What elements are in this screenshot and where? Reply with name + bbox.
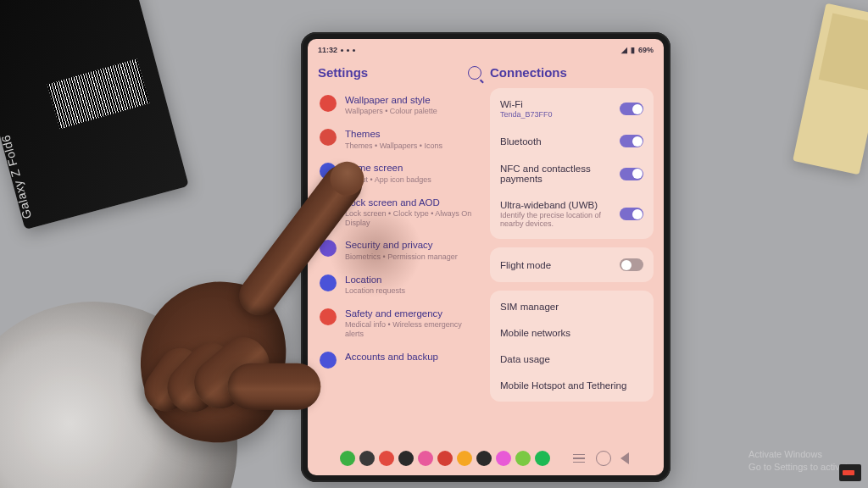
taskbar-app-icon[interactable] [476, 451, 492, 466]
connection-row[interactable]: SIM manager [500, 294, 643, 319]
screen: 11:32 ◢ ▮ 69% Settings Wallpaper and sty… [308, 39, 664, 475]
connection-row[interactable]: Data usage [500, 346, 643, 372]
connection-row[interactable]: Flight mode [500, 251, 643, 279]
nav-recents[interactable] [573, 452, 587, 465]
settings-title: Settings [318, 65, 368, 80]
wooden-prop [793, 3, 868, 175]
status-bar: 11:32 ◢ ▮ 69% [308, 39, 664, 58]
settings-item-title: Themes [345, 128, 480, 140]
taskbar [308, 445, 664, 475]
connection-row[interactable]: Mobile networks [500, 319, 643, 346]
settings-item-sub: Themes • Wallpapers • Icons [345, 141, 480, 151]
connections-title: Connections [490, 65, 567, 80]
settings-item-sub: Medical info • Wireless emergency alerts [345, 320, 480, 339]
connections-group-1: Wi-FiTenda_B73FF0BluetoothNFC and contac… [490, 88, 654, 239]
connection-row-title: Bluetooth [500, 136, 620, 147]
taskbar-app-icon[interactable] [379, 451, 394, 466]
toggle[interactable] [620, 135, 643, 147]
connection-row[interactable]: Wi-FiTenda_B73FF0 [500, 92, 643, 126]
connection-row-title: NFC and contactless payments [500, 164, 620, 184]
connection-row-title: Mobile networks [500, 328, 643, 338]
toggle[interactable] [620, 103, 643, 115]
settings-item-title: Location [345, 274, 480, 286]
toggle[interactable] [620, 168, 643, 180]
settings-item-title: Security and privacy [345, 239, 480, 251]
connection-row[interactable]: NFC and contactless payments [500, 155, 643, 191]
taskbar-app-icon[interactable] [457, 451, 472, 466]
taskbar-app-icon[interactable] [398, 451, 414, 466]
connections-group-2: Flight mode [490, 247, 654, 282]
connection-row-title: Data usage [500, 354, 643, 364]
settings-item-sub: Location requests [345, 286, 480, 296]
toggle[interactable] [620, 258, 643, 271]
battery-text: 69% [638, 46, 654, 54]
connection-row-title: Ultra-wideband (UWB) [500, 200, 620, 210]
taskbar-app-icon[interactable] [359, 451, 375, 466]
taskbar-app-icon[interactable] [340, 451, 355, 466]
connection-row-title: Flight mode [500, 260, 620, 270]
settings-item-icon [320, 95, 337, 112]
settings-item-title: Safety and emergency [345, 308, 480, 319]
search-icon[interactable] [468, 66, 481, 80]
connection-row-sub: Identify the precise location of nearby … [500, 211, 620, 228]
taskbar-app-icon[interactable] [535, 451, 550, 466]
settings-item-title: Home screen [345, 162, 480, 174]
settings-item-title: Accounts and backup [345, 351, 480, 363]
connection-row-title: Mobile Hotspot and Tethering [500, 380, 643, 391]
settings-item-title: Lock screen and AOD [345, 197, 480, 208]
connections-pane: Connections Wi-FiTenda_B73FF0BluetoothNF… [490, 62, 654, 445]
channel-badge [839, 464, 861, 481]
connections-group-3: SIM managerMobile networksData usageMobi… [490, 291, 654, 402]
signal-icon: ▮ [631, 46, 635, 54]
connection-row[interactable]: Bluetooth [500, 126, 643, 155]
wifi-icon: ◢ [621, 46, 627, 54]
barcode [47, 58, 150, 129]
settings-item-title: Wallpaper and style [345, 94, 480, 106]
taskbar-app-icon[interactable] [437, 451, 453, 466]
connection-row[interactable]: Mobile Hotspot and Tethering [500, 372, 643, 398]
settings-item-icon [320, 129, 337, 146]
taskbar-app-icon[interactable] [418, 451, 433, 466]
settings-item[interactable]: Themes Themes • Wallpapers • Icons [318, 122, 481, 156]
nav-back[interactable] [620, 452, 629, 464]
settings-item-sub: Wallpapers • Colour palette [345, 107, 480, 116]
connection-row-title: Wi-Fi [500, 99, 620, 109]
taskbar-app-icon[interactable] [515, 451, 531, 466]
settings-item[interactable]: Accounts and backup [318, 345, 481, 374]
settings-item-sub: Layout • App icon badges [345, 175, 480, 185]
connection-row-sub: Tenda_B73FF0 [500, 110, 620, 119]
product-box-label: Galaxy Z Fold6 [0, 133, 34, 220]
toggle[interactable] [620, 208, 643, 220]
nav-home[interactable] [596, 451, 611, 466]
settings-item-sub: Biometrics • Permission manager [345, 252, 480, 262]
taskbar-app-icon[interactable] [496, 451, 511, 466]
connection-row[interactable]: Ultra-wideband (UWB)Identify the precise… [500, 191, 643, 236]
connection-row-title: SIM manager [500, 302, 643, 312]
status-time: 11:32 [318, 46, 337, 54]
windows-watermark: Activate Windows Go to Settings to activ… [748, 448, 853, 473]
settings-item[interactable]: Wallpaper and style Wallpapers • Colour … [318, 88, 481, 122]
